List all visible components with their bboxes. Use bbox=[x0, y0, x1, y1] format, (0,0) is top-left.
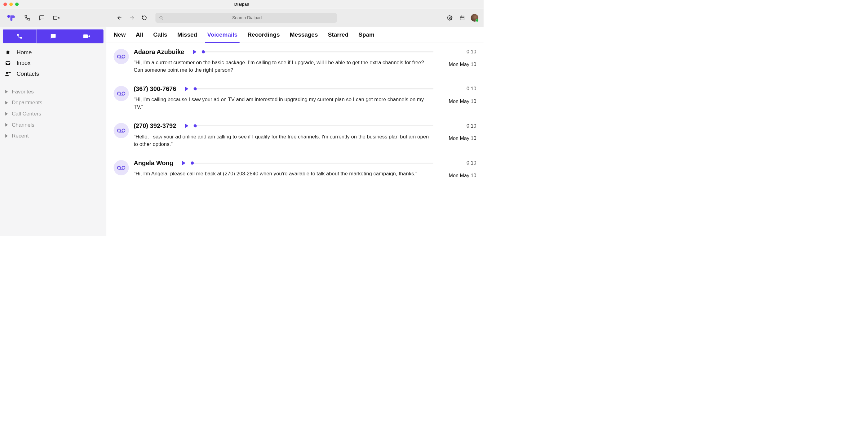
voicemail-item[interactable]: (367) 300-7676"Hi, I'm calling because I… bbox=[106, 80, 484, 117]
start-video-button[interactable] bbox=[70, 29, 103, 44]
sidebar-item-contacts[interactable]: Contacts bbox=[0, 68, 106, 80]
tab-voicemails[interactable]: Voicemails bbox=[207, 31, 238, 43]
sidebar-section-departments[interactable]: Departments bbox=[0, 97, 106, 108]
new-meeting-button[interactable] bbox=[52, 14, 60, 22]
voicemail-duration: 0:10 bbox=[438, 86, 476, 91]
sidebar-item-home[interactable]: Home bbox=[0, 47, 106, 58]
home-icon bbox=[4, 50, 11, 55]
voicemail-duration: 0:10 bbox=[438, 160, 476, 166]
tab-missed[interactable]: Missed bbox=[177, 31, 197, 43]
nav-forward-button bbox=[128, 13, 136, 22]
svg-marker-21 bbox=[5, 123, 8, 126]
svg-point-0 bbox=[7, 15, 10, 18]
svg-marker-18 bbox=[5, 90, 8, 93]
window-close-button[interactable] bbox=[3, 2, 7, 6]
voicemail-caller: (270) 392-3792 bbox=[134, 122, 176, 130]
settings-button[interactable] bbox=[446, 14, 454, 22]
voicemail-icon bbox=[114, 86, 129, 101]
svg-marker-20 bbox=[5, 112, 8, 115]
svg-marker-2 bbox=[58, 17, 59, 19]
window-title: Dialpad bbox=[235, 2, 249, 7]
user-avatar[interactable] bbox=[471, 14, 478, 22]
svg-marker-38 bbox=[182, 161, 186, 165]
svg-rect-12 bbox=[83, 34, 88, 38]
tab-new[interactable]: New bbox=[114, 31, 126, 43]
svg-line-6 bbox=[162, 19, 163, 20]
tab-calls[interactable]: Calls bbox=[153, 31, 167, 43]
calendar-button[interactable] bbox=[459, 14, 466, 22]
svg-point-35 bbox=[118, 166, 121, 169]
play-button[interactable] bbox=[192, 49, 197, 55]
sidebar-item-label: Inbox bbox=[17, 60, 30, 66]
svg-rect-1 bbox=[53, 16, 57, 20]
main-panel: NewAllCallsMissedVoicemailsRecordingsMes… bbox=[106, 27, 484, 236]
voicemail-caller: (367) 300-7676 bbox=[134, 85, 176, 92]
quick-actions bbox=[0, 27, 106, 46]
sidebar-section-favorites[interactable]: Favorites bbox=[0, 86, 106, 97]
play-button[interactable] bbox=[181, 161, 187, 166]
voicemail-transcript: "Hi, I'm Angela. please call me back at … bbox=[134, 170, 431, 177]
sidebar: HomeInboxContacts FavoritesDepartmentsCa… bbox=[0, 27, 106, 236]
window-minimize-button[interactable] bbox=[9, 2, 13, 6]
voicemail-date: Mon May 10 bbox=[438, 173, 476, 178]
voicemail-scrubber[interactable] bbox=[204, 52, 434, 52]
new-message-button[interactable] bbox=[38, 14, 46, 22]
window-zoom-button[interactable] bbox=[15, 2, 19, 6]
search-input[interactable]: Search Dialpad bbox=[155, 13, 337, 23]
tab-all[interactable]: All bbox=[136, 31, 143, 43]
search-icon bbox=[159, 16, 163, 20]
voicemail-duration: 0:10 bbox=[438, 49, 476, 55]
tab-starred[interactable]: Starred bbox=[328, 31, 348, 43]
svg-marker-34 bbox=[185, 124, 188, 128]
svg-point-15 bbox=[6, 72, 8, 74]
tabs: NewAllCallsMissedVoicemailsRecordingsMes… bbox=[106, 27, 484, 43]
svg-marker-26 bbox=[193, 50, 196, 54]
sidebar-item-label: Contacts bbox=[17, 70, 39, 77]
play-button[interactable] bbox=[184, 86, 189, 91]
nav-back-button[interactable] bbox=[115, 13, 124, 22]
chevron-right-icon bbox=[4, 123, 8, 126]
svg-point-24 bbox=[122, 55, 125, 58]
voicemail-scrubber[interactable] bbox=[195, 88, 434, 89]
content: HomeInboxContacts FavoritesDepartmentsCa… bbox=[0, 27, 484, 236]
refresh-button[interactable] bbox=[140, 13, 149, 22]
inbox-icon bbox=[4, 60, 11, 66]
voicemail-meta: 0:10Mon May 10 bbox=[438, 85, 476, 111]
voicemail-item[interactable]: Angela Wong"Hi, I'm Angela. please call … bbox=[106, 154, 484, 185]
svg-marker-22 bbox=[5, 134, 8, 138]
sidebar-section-call-centers[interactable]: Call Centers bbox=[0, 108, 106, 119]
sidebar-section-label: Favorites bbox=[12, 88, 34, 95]
svg-point-7 bbox=[449, 17, 450, 18]
tab-messages[interactable]: Messages bbox=[290, 31, 318, 43]
voicemail-date: Mon May 10 bbox=[438, 136, 476, 141]
start-call-button[interactable] bbox=[3, 29, 36, 44]
voicemail-icon bbox=[114, 160, 129, 175]
voicemail-scrubber[interactable] bbox=[195, 126, 434, 126]
dialpad-logo-icon bbox=[7, 14, 15, 21]
sidebar-item-inbox[interactable]: Inbox bbox=[0, 58, 106, 68]
primary-nav: HomeInboxContacts bbox=[0, 46, 106, 79]
sidebar-sections: FavoritesDepartmentsCall CentersChannels… bbox=[0, 79, 106, 142]
search-placeholder: Search Dialpad bbox=[160, 15, 334, 20]
sidebar-section-channels[interactable]: Channels bbox=[0, 119, 106, 130]
voicemail-item[interactable]: Adaora Azubuike"Hi, I'm a current custom… bbox=[106, 43, 484, 80]
voicemail-scrubber[interactable] bbox=[192, 163, 433, 163]
svg-marker-13 bbox=[88, 35, 90, 38]
start-message-button[interactable] bbox=[36, 29, 70, 44]
voicemail-icon bbox=[114, 49, 129, 64]
voicemail-list: Adaora Azubuike"Hi, I'm a current custom… bbox=[106, 43, 484, 236]
sidebar-section-label: Departments bbox=[12, 100, 42, 106]
voicemail-item[interactable]: (270) 392-3792"Hello, I saw your ad onli… bbox=[106, 117, 484, 154]
voicemail-caller: Angela Wong bbox=[134, 159, 173, 166]
new-call-button[interactable] bbox=[24, 14, 31, 22]
voicemail-transcript: "Hello, I saw your ad online and am call… bbox=[134, 133, 431, 148]
voicemail-transcript: "Hi, I'm a current customer on the basic… bbox=[134, 59, 431, 74]
chevron-right-icon bbox=[4, 101, 8, 104]
tab-spam[interactable]: Spam bbox=[359, 31, 374, 43]
traffic-lights bbox=[3, 2, 19, 6]
tab-recordings[interactable]: Recordings bbox=[247, 31, 280, 43]
svg-point-32 bbox=[122, 129, 125, 132]
voicemail-caller: Adaora Azubuike bbox=[134, 48, 184, 55]
sidebar-section-recent[interactable]: Recent bbox=[0, 130, 106, 142]
play-button[interactable] bbox=[184, 123, 189, 129]
